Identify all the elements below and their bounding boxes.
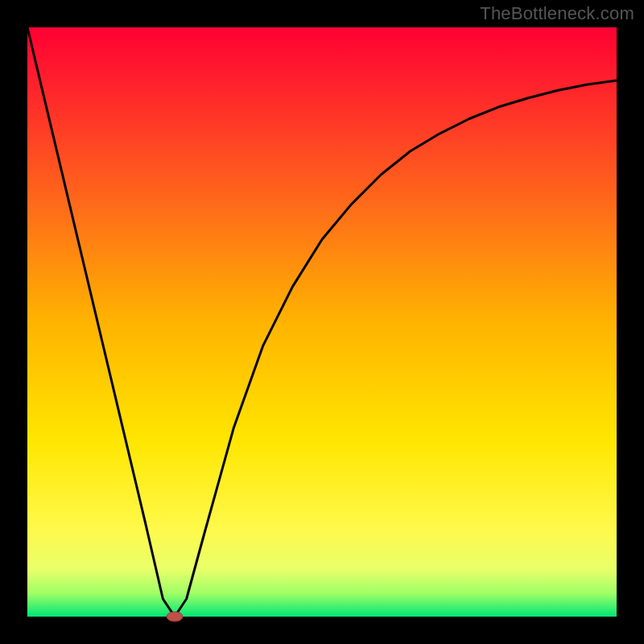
optimal-point-marker bbox=[167, 612, 183, 621]
bottleneck-chart bbox=[0, 0, 644, 644]
plot-background bbox=[27, 27, 617, 617]
chart-frame: TheBottleneck.com bbox=[0, 0, 644, 644]
